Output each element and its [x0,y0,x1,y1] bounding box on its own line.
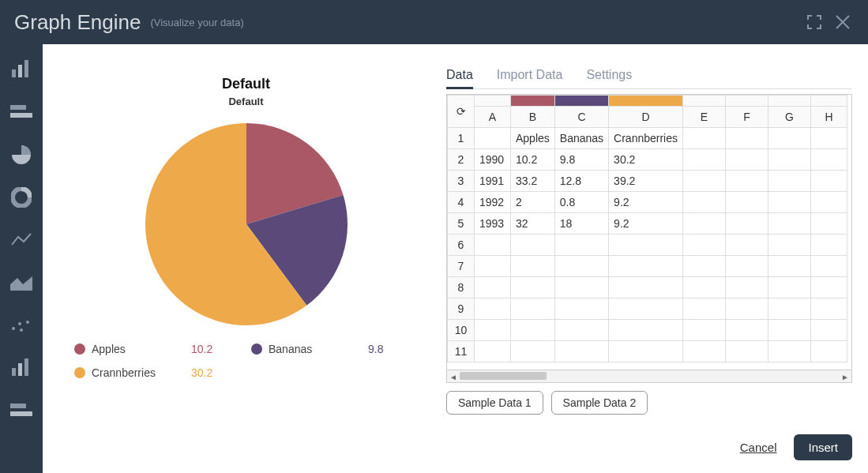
refresh-icon[interactable]: ⟳ [457,105,466,118]
cell[interactable] [554,235,608,256]
cell[interactable] [726,171,768,192]
cell[interactable] [609,256,683,277]
col-header-D[interactable]: D [609,107,683,128]
cell[interactable] [475,341,511,362]
col-header-G[interactable]: G [768,107,811,128]
row-header[interactable]: 11 [448,341,475,362]
row-header[interactable]: 4 [448,192,475,213]
sidebar-stacked-bar-2-icon[interactable] [9,400,34,422]
cell[interactable] [811,192,847,213]
cell[interactable] [811,235,847,256]
scroll-left-icon[interactable]: ◄ [447,370,460,383]
spreadsheet[interactable]: ⟳ABCDEFGH1ApplesBananasCrannberries21990… [446,94,852,370]
cell[interactable] [683,192,726,213]
cell[interactable] [475,298,511,320]
cell[interactable] [726,192,768,213]
cell[interactable] [768,213,811,235]
tab-import-data[interactable]: Import Data [497,68,563,82]
cell[interactable]: 9.2 [609,192,683,213]
cell[interactable]: 0.8 [554,192,608,213]
cell[interactable] [511,320,555,341]
sidebar-bar-chart-icon[interactable] [9,58,34,81]
horizontal-scrollbar[interactable]: ◄ ► [446,370,852,383]
cell[interactable] [609,235,683,256]
cell[interactable] [511,256,555,277]
cell[interactable] [475,277,511,298]
cell[interactable] [726,298,768,320]
row-header[interactable]: 8 [448,277,475,298]
cell[interactable] [683,149,726,171]
scroll-thumb[interactable] [460,372,547,380]
row-header[interactable]: 10 [448,320,475,341]
cell[interactable]: 32 [511,213,555,235]
refresh-button[interactable]: ⟳ [448,96,475,128]
cell[interactable]: 2 [511,192,555,213]
cell[interactable] [609,341,683,362]
cell[interactable] [683,256,726,277]
cell[interactable] [811,128,847,149]
cell[interactable] [811,320,847,341]
cell[interactable] [768,298,811,320]
sidebar-line-icon[interactable] [9,229,34,251]
close-icon[interactable] [832,11,854,33]
col-header-H[interactable]: H [811,107,847,128]
sample-data-2-button[interactable]: Sample Data 2 [551,391,648,415]
cell[interactable]: 1990 [475,149,511,171]
cancel-link[interactable]: Cancel [740,441,777,454]
row-header[interactable]: 9 [448,298,475,320]
row-header[interactable]: 3 [448,171,475,192]
cell[interactable] [726,256,768,277]
cell[interactable] [768,277,811,298]
cell[interactable] [726,277,768,298]
cell[interactable]: Bananas [554,128,608,149]
cell[interactable]: 1991 [475,171,511,192]
cell[interactable] [811,256,847,277]
col-header-B[interactable]: B [511,107,555,128]
cell[interactable] [683,277,726,298]
tab-data[interactable]: Data [446,68,473,89]
cell[interactable] [683,235,726,256]
sidebar-stacked-bar-icon[interactable] [9,101,34,123]
sidebar-pie-icon[interactable] [9,144,34,166]
cell[interactable] [554,277,608,298]
cell[interactable] [768,341,811,362]
cell[interactable] [726,213,768,235]
col-header-A[interactable]: A [475,107,511,128]
cell[interactable]: 10.2 [511,149,555,171]
cell[interactable] [768,320,811,341]
cell[interactable] [811,298,847,320]
cell[interactable] [683,213,726,235]
tab-settings[interactable]: Settings [586,68,632,82]
cell[interactable]: 12.8 [554,171,608,192]
cell[interactable] [475,235,511,256]
sidebar-bar-chart-2-icon[interactable] [9,357,34,379]
cell[interactable] [768,128,811,149]
cell[interactable]: 39.2 [609,171,683,192]
cell[interactable]: 18 [554,213,608,235]
cell[interactable] [768,235,811,256]
cell[interactable] [768,149,811,171]
cell[interactable] [768,256,811,277]
expand-icon[interactable] [803,11,825,33]
cell[interactable]: 33.2 [511,171,555,192]
insert-button[interactable]: Insert [794,434,852,460]
cell[interactable] [726,341,768,362]
cell[interactable] [475,128,511,149]
cell[interactable] [609,298,683,320]
row-header[interactable]: 7 [448,256,475,277]
col-header-F[interactable]: F [726,107,768,128]
cell[interactable] [683,128,726,149]
cell[interactable]: Apples [511,128,555,149]
row-header[interactable]: 6 [448,235,475,256]
cell[interactable] [511,277,555,298]
cell[interactable] [609,277,683,298]
cell[interactable] [726,235,768,256]
cell[interactable]: 9.8 [554,149,608,171]
cell[interactable] [768,192,811,213]
sample-data-1-button[interactable]: Sample Data 1 [446,391,543,415]
cell[interactable] [811,149,847,171]
cell[interactable] [683,320,726,341]
cell[interactable] [811,213,847,235]
cell[interactable] [811,277,847,298]
cell[interactable]: 30.2 [609,149,683,171]
